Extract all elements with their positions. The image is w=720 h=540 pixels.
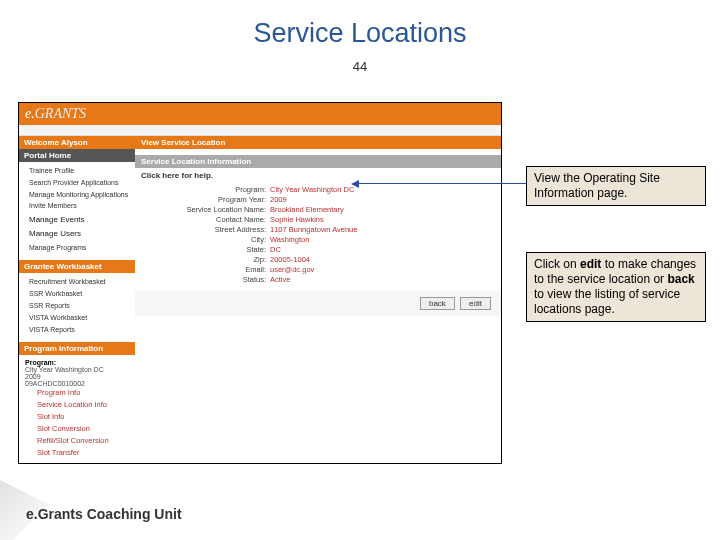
- nav-manage-users[interactable]: Manage Users: [29, 228, 131, 239]
- main-title: View Service Location: [135, 136, 501, 149]
- prog-link[interactable]: Refill/Slot Conversion: [37, 435, 129, 447]
- k: Email:: [141, 265, 270, 274]
- v: Sophie Hawkins: [270, 215, 324, 224]
- nav-item[interactable]: Manage Monitoring Applications: [29, 190, 131, 200]
- program-val: 09ACHDC0010002: [25, 380, 129, 387]
- prog-link[interactable]: Slot Transfer: [37, 447, 129, 459]
- nav-item[interactable]: Recruitment Workbasket: [29, 277, 131, 287]
- k: Contact Name:: [141, 215, 270, 224]
- blank-area: [135, 316, 501, 436]
- program-info-head: Program Information: [19, 342, 135, 355]
- k: Status:: [141, 275, 270, 284]
- v: 1107 Bunngatown Avenue: [270, 225, 357, 234]
- nav-item[interactable]: VISTA Reports: [29, 325, 131, 335]
- callout-1: View the Operating Site Information page…: [526, 166, 706, 206]
- k: Zip:: [141, 255, 270, 264]
- topbar: e.GRANTS: [19, 103, 501, 125]
- nav-item[interactable]: SSR Reports: [29, 301, 131, 311]
- v: City Year Washington DC: [270, 185, 354, 194]
- slide-number: 44: [0, 59, 720, 74]
- grantee-workbasket-head: Grantee Workbasket: [19, 260, 135, 273]
- v: Brookland Elementary: [270, 205, 344, 214]
- prog-link[interactable]: Slot Conversion: [37, 423, 129, 435]
- program-val: City Year Washington DC: [25, 366, 129, 373]
- logo-main: GRANTS: [35, 106, 86, 121]
- v: Active: [270, 275, 290, 284]
- k: State:: [141, 245, 270, 254]
- prog-link[interactable]: Service Location Info: [37, 399, 129, 411]
- bold-back: back: [667, 272, 694, 286]
- footer-text: e.Grants Coaching Unit: [26, 506, 182, 522]
- v: DC: [270, 245, 281, 254]
- nav-manage-events[interactable]: Manage Events: [29, 214, 131, 225]
- nav-item[interactable]: Manage Programs: [29, 243, 131, 253]
- k: Service Location Name:: [141, 205, 270, 214]
- prog-link[interactable]: Slot Info: [37, 411, 129, 423]
- portal-home[interactable]: Portal Home: [19, 149, 135, 162]
- k: Street Address:: [141, 225, 270, 234]
- t: to view the listing of service locations…: [534, 287, 680, 316]
- logo: e.GRANTS: [25, 106, 86, 122]
- nav-item[interactable]: SSR Workbasket: [29, 289, 131, 299]
- edit-button[interactable]: edit: [460, 297, 491, 310]
- k: Program:: [141, 185, 270, 194]
- button-row: back edit: [135, 291, 501, 316]
- callout-2: Click on edit to make changes to the ser…: [526, 252, 706, 322]
- back-button[interactable]: back: [420, 297, 455, 310]
- prog-link[interactable]: Program Info: [37, 387, 129, 399]
- v: Washington: [270, 235, 309, 244]
- v: 20005-1004: [270, 255, 310, 264]
- section-bar: Service Location Information: [135, 155, 501, 168]
- nav-strip: [19, 125, 501, 136]
- help-link[interactable]: Click here for help.: [135, 168, 501, 183]
- program-val: 2009: [25, 373, 129, 380]
- welcome-bar: Welcome Alyson: [19, 136, 135, 149]
- app-screenshot: e.GRANTS Welcome Alyson Portal Home Trai…: [18, 102, 502, 464]
- arrow-icon: [358, 183, 526, 184]
- info-block: Program:City Year Washington DC Program …: [135, 183, 501, 291]
- nav-item[interactable]: VISTA Workbasket: [29, 313, 131, 323]
- bold-edit: edit: [580, 257, 601, 271]
- t: Click on: [534, 257, 580, 271]
- main-panel: View Service Location Service Location I…: [135, 136, 501, 463]
- sidebar: Welcome Alyson Portal Home Trainee Profi…: [19, 136, 135, 463]
- k: City:: [141, 235, 270, 244]
- logo-prefix: e.: [25, 106, 35, 121]
- slide-title: Service Locations: [0, 18, 720, 49]
- nav-item[interactable]: Search Provider Applications: [29, 178, 131, 188]
- program-label: Program:: [25, 359, 129, 366]
- nav-item[interactable]: Trainee Profile: [29, 166, 131, 176]
- k: Program Year:: [141, 195, 270, 204]
- v: user@dc.gov: [270, 265, 314, 274]
- nav-item[interactable]: Invite Members: [29, 201, 131, 211]
- v: 2009: [270, 195, 287, 204]
